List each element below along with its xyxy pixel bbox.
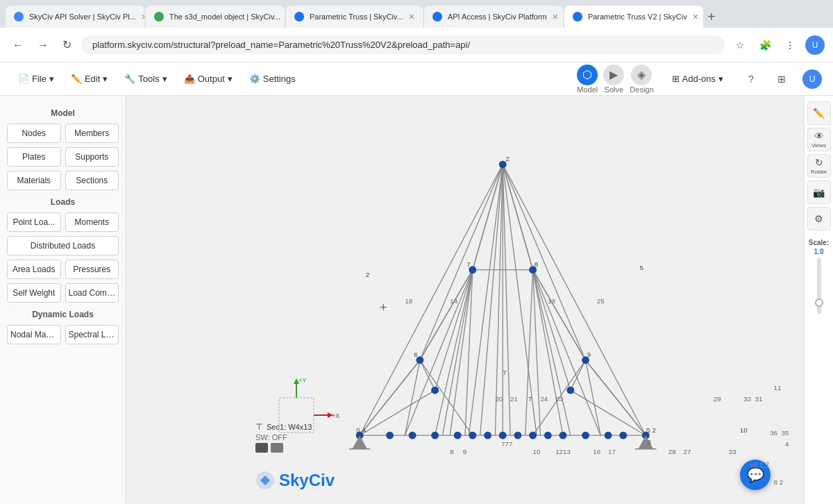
model-section-label: Model [7,108,119,118]
version-text: v6.1.7 [750,462,769,469]
svg-text:8: 8 [535,260,538,268]
svg-text:23: 23 [555,395,563,403]
svg-text:+Y: +Y [298,377,306,384]
tab-close-4[interactable]: × [553,11,558,22]
svg-text:20: 20 [495,395,503,403]
solve-tab[interactable]: ▶ Solve [603,65,624,94]
coord-system: +Y +X [265,377,348,462]
app-user-avatar[interactable]: U [802,69,822,89]
loads-buttons-grid: Point Loa... Moments Distributed Loads A… [7,212,119,303]
svg-text:31: 31 [755,395,763,403]
right-toolbar: ✏️ 👁 Views ↻ Rotate 📷 ⚙ Scale: 1.0 [804,96,833,504]
output-menu[interactable]: 📤 Output ▾ [177,69,239,88]
tab-1[interactable]: SkyCiv API Solver | SkyCiv Pl... × [6,6,144,28]
tools-menu[interactable]: 🔧 Tools ▾ [117,69,174,88]
svg-point-67 [431,387,439,394]
tab-4[interactable]: API Access | SkyCiv Platform × [424,6,563,28]
svg-text:10: 10 [740,426,748,434]
reload-button[interactable]: ↻ [58,35,76,54]
svg-point-54 [454,432,462,439]
coord-svg: +Y +X [265,377,348,460]
user-avatar[interactable]: U [805,35,825,55]
browser-menu-icon[interactable]: ⋮ [780,35,800,55]
self-weight-button[interactable]: Self Weight [7,283,61,303]
svg-text:777: 777 [501,440,512,448]
sections-button[interactable]: Sections [65,171,119,190]
supports-button[interactable]: Supports [65,147,119,167]
settings-menu[interactable]: ⚙️ Settings [242,69,303,88]
moments-button[interactable]: Moments [65,212,119,232]
svg-point-59 [529,432,537,439]
pressures-button[interactable]: Pressures [65,260,119,279]
distributed-loads-button[interactable]: Distributed Loads [7,236,119,255]
members-button[interactable]: Members [65,124,119,143]
svg-text:S 2: S 2 [646,426,656,434]
svg-point-55 [469,432,476,439]
svg-text:6: 6 [414,351,417,358]
app: 📄 File ▾ ✏️ Edit ▾ 🔧 Tools ▾ 📤 Output ▾ … [0,62,833,504]
views-button[interactable]: 👁 Views [807,128,831,151]
svg-text:36: 36 [770,429,777,437]
scale-slider[interactable] [817,258,821,314]
tab-close-3[interactable]: × [409,11,414,22]
rotate-button[interactable]: ↻ Rotate [807,154,831,178]
svg-text:18: 18 [548,297,555,305]
svg-text:7: 7 [528,395,532,403]
svg-text:35: 35 [781,429,789,437]
apps-icon[interactable]: ⊞ [772,69,791,89]
svg-text:24: 24 [540,395,548,403]
bookmark-icon[interactable]: ☆ [730,35,750,55]
nodes-button[interactable]: Nodes [7,124,61,143]
nav-icons: ☆ 🧩 ⋮ U [730,35,825,55]
svg-point-58 [514,432,521,439]
area-loads-button[interactable]: Area Loads [7,260,61,279]
new-tab-button[interactable]: + [707,9,716,25]
edit-tool-button[interactable]: ✏️ [807,101,831,125]
svg-text:14: 14 [450,297,457,305]
materials-button[interactable]: Materials [7,171,61,190]
nodal-masses-button[interactable]: Nodal Masses [7,325,61,344]
tab-3[interactable]: Parametric Truss | SkyCiv... × [286,6,423,28]
design-tab[interactable]: ◈ Design [630,65,653,94]
solve-tab-icon: ▶ [603,65,624,85]
model-tab[interactable]: ⬡ Model [577,65,598,94]
svg-text:+X: +X [332,412,339,419]
svg-text:9: 9 [463,448,466,455]
svg-text:25: 25 [597,297,605,305]
load-combos-button[interactable]: Load Combos [65,283,119,303]
svg-text:13: 13 [563,448,571,455]
forward-button[interactable]: → [33,36,53,54]
tab-2[interactable]: The s3d_model object | SkyCiv... × [146,6,285,28]
edit-menu[interactable]: ✏️ Edit ▾ [64,69,115,88]
svg-point-52 [409,432,416,439]
spectral-loads-button[interactable]: Spectral Loads [65,325,119,344]
address-bar[interactable] [81,35,725,54]
svg-text:5: 5 [640,264,644,271]
canvas-area[interactable]: 2 7 8 6 9 5 2 7 7 S 4 S 2 10 3 [126,96,804,504]
svg-text:28: 28 [668,448,676,455]
design-tab-icon: ◈ [631,65,652,85]
svg-point-66 [566,387,574,394]
svg-text:10: 10 [533,448,541,455]
svg-text:11: 11 [774,384,782,392]
display-settings-button[interactable]: ⚙ [807,207,831,230]
plates-button[interactable]: Plates [7,147,61,167]
camera-button[interactable]: 📷 [807,180,831,204]
point-loads-button[interactable]: Point Loa... [7,212,61,232]
dynamic-buttons-grid: Nodal Masses Spectral Loads [7,325,119,344]
svg-text:16: 16 [593,448,600,455]
svg-text:12: 12 [555,448,563,455]
tab-close-5[interactable]: × [693,11,698,22]
addons-menu[interactable]: ⊞ Add-ons ▾ [665,69,730,88]
tab-5[interactable]: Parametric Truss V2 | SkyCiv × [564,6,703,28]
svg-text:8 2: 8 2 [774,478,784,486]
help-icon[interactable]: ? [741,69,761,89]
model-tab-icon: ⬡ [577,65,598,85]
back-button[interactable]: ← [8,36,28,54]
tab-close-1[interactable]: × [142,11,144,22]
scale-widget: Scale: 1.0 [809,239,829,317]
extensions-icon[interactable]: 🧩 [755,35,775,55]
svg-text:S 4: S 4 [356,426,367,434]
file-menu[interactable]: 📄 File ▾ [11,69,61,88]
model-buttons-grid: Nodes Members Plates Supports Materials … [7,124,119,190]
